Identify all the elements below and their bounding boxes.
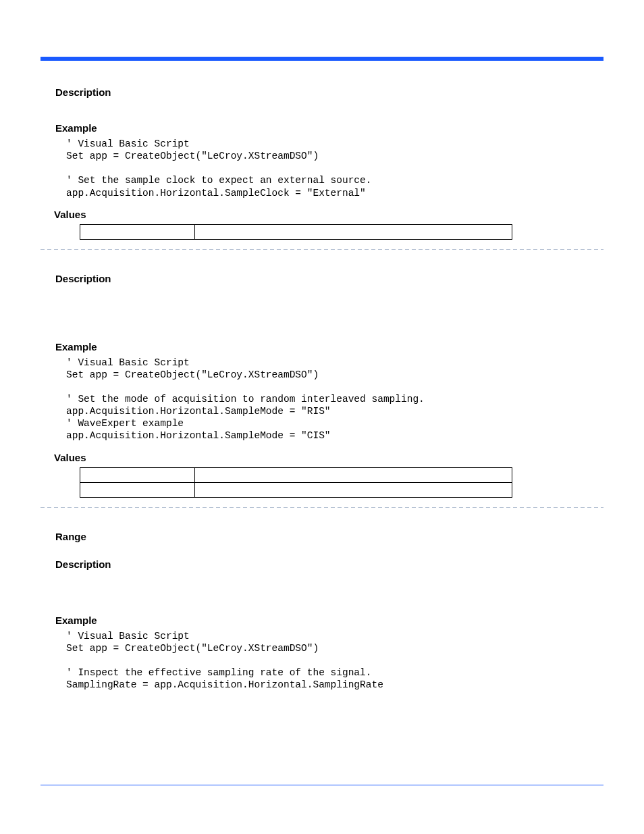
heading-values-2: Values <box>54 452 589 463</box>
heading-example-1: Example <box>55 122 589 134</box>
heading-example-2: Example <box>55 341 589 353</box>
code-block-3: ' Visual Basic Script Set app = CreateOb… <box>66 630 589 692</box>
heading-description-3: Description <box>55 558 589 570</box>
top-border <box>41 57 603 61</box>
heading-values-1: Values <box>54 209 589 220</box>
values-table-1 <box>80 224 512 240</box>
values-table-2 <box>80 467 512 498</box>
code-block-2: ' Visual Basic Script Set app = CreateOb… <box>66 357 589 442</box>
code-block-1: ' Visual Basic Script Set app = CreateOb… <box>66 138 589 199</box>
heading-description-2: Description <box>55 273 589 284</box>
table-row <box>80 224 512 239</box>
bottom-border <box>41 785 603 785</box>
page-content: Description Example ' Visual Basic Scrip… <box>55 86 589 691</box>
heading-description-1: Description <box>55 86 589 98</box>
heading-range: Range <box>55 531 589 542</box>
heading-example-3: Example <box>55 615 589 626</box>
table-row <box>80 482 512 497</box>
table-row <box>80 467 512 482</box>
